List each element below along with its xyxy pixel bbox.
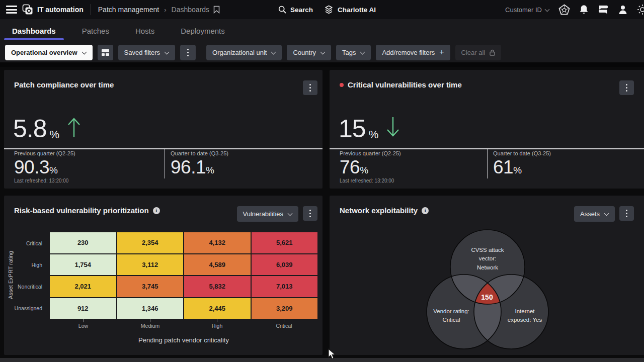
- add-remove-filters-button[interactable]: Add/remove filters+: [376, 45, 450, 60]
- tab-patches[interactable]: Patches: [82, 19, 109, 42]
- prev-quarter-label: Previous quarter (Q2-25): [340, 150, 401, 156]
- messages-icon[interactable]: [598, 5, 609, 14]
- theme-brightness-icon[interactable]: [637, 4, 644, 15]
- search-icon: [278, 6, 286, 14]
- trend-down-arrow-icon: [385, 116, 400, 138]
- heatmap-cell[interactable]: 3,209: [252, 298, 318, 319]
- x-tick: [150, 319, 150, 322]
- search-button[interactable]: Search: [278, 6, 313, 14]
- layout-icon: [102, 49, 109, 56]
- dashboard-layout-button[interactable]: [98, 45, 113, 60]
- critical-status-dot: [340, 83, 344, 87]
- heatmap-column-label: Low: [50, 323, 117, 329]
- saved-filters-dropdown[interactable]: Saved filters: [118, 45, 176, 60]
- card-title: Network exploitability: [340, 206, 418, 215]
- bookmark-icon[interactable]: [213, 6, 220, 14]
- hamburger-menu-icon[interactable]: [6, 6, 17, 14]
- heatmap-cell[interactable]: 1,346: [117, 298, 184, 319]
- patch-compliance-card: Patch compliance over time 5.8 % Previou…: [4, 70, 323, 189]
- card-title: Critical vulnerabilities over time: [348, 80, 462, 89]
- dashboard-view-select[interactable]: Operational overview: [5, 45, 93, 60]
- charlotte-ai-icon: [325, 5, 333, 14]
- qtd-value: 61%: [493, 158, 551, 176]
- filters-more-button[interactable]: [180, 45, 196, 60]
- quarter-stats: Previous quarter (Q2-25) 76% Quarter to …: [330, 149, 644, 178]
- app-logo-icon[interactable]: [22, 4, 33, 15]
- risk-prioritization-card: Risk-based vulnerability prioritization …: [4, 196, 323, 355]
- heatmap-cell[interactable]: 2,445: [184, 298, 251, 319]
- chevron-down-icon: [545, 8, 549, 12]
- heatmap-x-axis-title: Pending patch vendor criticality: [50, 336, 317, 344]
- country-filter[interactable]: Country: [287, 45, 331, 60]
- topbar-divider: [91, 4, 91, 15]
- card-menu-button[interactable]: [303, 206, 317, 221]
- card-menu-button[interactable]: [619, 80, 634, 95]
- heatmap-cell[interactable]: 4,589: [184, 254, 251, 276]
- x-tick: [284, 319, 284, 322]
- topbar-right-controls: Customer ID: [505, 0, 641, 19]
- heatmap-cell[interactable]: 912: [50, 298, 116, 319]
- quarter-stats: Previous quarter (Q2-25) 90.3% Quarter t…: [4, 149, 323, 178]
- heatmap-cell[interactable]: 6,039: [252, 254, 318, 276]
- venn-set-right-label: Internet exposed: Yes: [508, 307, 542, 325]
- customer-id-dropdown[interactable]: Customer ID: [505, 6, 549, 14]
- heatmap-column-label: Critical: [251, 323, 317, 329]
- user-profile-icon[interactable]: [618, 5, 628, 15]
- chevron-down-icon: [320, 50, 325, 55]
- chevron-down-icon: [288, 212, 292, 216]
- breadcrumb-parent[interactable]: Patch management: [98, 6, 159, 14]
- delta-metric: 5.8 %: [13, 116, 82, 141]
- stats-divider: [165, 149, 165, 178]
- content-separator: [0, 62, 644, 67]
- info-icon[interactable]: i: [422, 207, 429, 214]
- card-title: Risk-based vulnerability prioritization: [14, 206, 149, 215]
- heatmap-row-labels: CriticalHighNoncriticalUnassigned: [4, 232, 47, 319]
- info-icon[interactable]: i: [153, 207, 160, 214]
- tab-deployments[interactable]: Deployments: [181, 19, 225, 42]
- venn-set-top-label: CVSS attack vector: Network: [471, 246, 504, 272]
- heatmap-column-labels: LowMediumHighCritical: [50, 323, 317, 329]
- trend-up-arrow-icon: [66, 116, 82, 138]
- heatmap-cell[interactable]: 2,021: [50, 276, 116, 297]
- charlotte-ai-button[interactable]: Charlotte AI: [325, 5, 376, 14]
- heatmap-column-label: High: [184, 323, 251, 329]
- heatmap-cell[interactable]: 2,354: [117, 232, 184, 253]
- tab-hosts[interactable]: Hosts: [135, 19, 154, 42]
- app-title: IT automation: [37, 6, 84, 14]
- heatmap-cell[interactable]: 5,621: [252, 232, 318, 253]
- x-tick: [217, 319, 217, 322]
- heatmap-cell[interactable]: 4,132: [184, 232, 251, 253]
- heatmap-row-label: Unassigned: [4, 297, 47, 319]
- heatmap-cell[interactable]: 7,013: [252, 276, 318, 297]
- heatmap-cell[interactable]: 3,112: [117, 254, 184, 276]
- falcon-score-icon[interactable]: [558, 4, 570, 16]
- heatmap-row-label: Critical: [4, 232, 47, 254]
- it-automation-dashboard: IT automation Patch management › Dashboa…: [0, 0, 644, 362]
- heatmap-column-label: Medium: [117, 323, 184, 329]
- notifications-bell-icon[interactable]: [579, 5, 589, 15]
- filter-divider: [201, 46, 201, 58]
- qtd-label: Quarter to date (Q3-25): [171, 150, 228, 156]
- heatmap-cell[interactable]: 5,832: [184, 276, 251, 297]
- heatmap-cell[interactable]: 230: [50, 232, 116, 253]
- qtd-label: Quarter to date (Q3-25): [493, 150, 551, 156]
- venn-diagram[interactable]: CVSS attack vector: Network Vendor ratin…: [330, 216, 644, 351]
- top-bar: IT automation Patch management › Dashboa…: [0, 0, 644, 19]
- card-menu-button[interactable]: [303, 80, 317, 95]
- risk-heatmap: 2302,3544,1325,6211,7543,1124,5896,0392,…: [50, 232, 317, 319]
- scope-select[interactable]: Vulnerabilities: [237, 206, 298, 222]
- org-unit-filter[interactable]: Organizational unit: [206, 45, 282, 60]
- x-tick: [83, 319, 84, 322]
- clear-all-button: Clear all: [455, 45, 502, 60]
- venn-intersection-value: 150: [481, 293, 493, 301]
- heatmap-row-label: Noncritical: [4, 276, 47, 297]
- tags-filter[interactable]: Tags: [336, 45, 371, 60]
- chevron-down-icon: [360, 50, 365, 55]
- heatmap-cell[interactable]: 3,745: [117, 276, 184, 297]
- stats-divider: [487, 149, 488, 178]
- heatmap-cell[interactable]: 1,754: [50, 254, 116, 276]
- network-exploitability-card: Network exploitability i Assets: [330, 196, 644, 355]
- tab-dashboards[interactable]: Dashboards: [12, 19, 56, 42]
- next-row-edge: [0, 358, 644, 362]
- card-title: Patch compliance over time: [14, 80, 114, 89]
